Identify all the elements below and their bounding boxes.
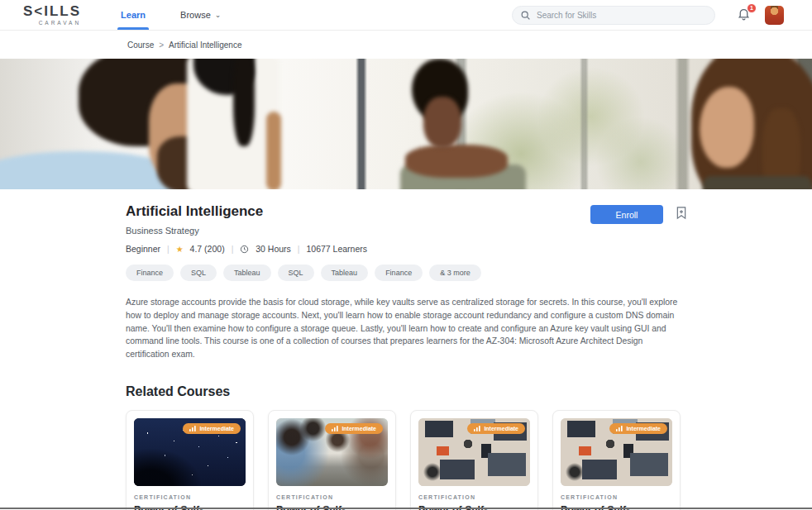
brand-logo-tagline: CARAVAN <box>39 20 81 26</box>
level-badge-label: Intermediate <box>342 426 376 431</box>
level-bars-icon <box>474 426 480 431</box>
nav-item-learn-label: Learn <box>121 10 146 20</box>
search-icon <box>520 10 531 21</box>
hero-figure <box>405 145 508 178</box>
course-type-label: CERTIFICATION <box>134 494 246 500</box>
breadcrumb-separator: > <box>159 41 164 50</box>
level-badge: Intermediate <box>467 423 525 434</box>
brand-logo[interactable]: S<ILLS CARAVAN <box>23 0 81 30</box>
level-bars-icon <box>616 426 623 431</box>
search-bar <box>512 6 715 25</box>
breadcrumb: Course > Artificial Intelligence <box>127 41 241 50</box>
course-card-image: Intermediate <box>134 418 246 486</box>
search-input[interactable] <box>512 6 715 25</box>
hero-figure <box>423 97 461 148</box>
course-duration: 30 Hours <box>256 244 291 254</box>
course-card[interactable]: Intermediate CERTIFICATION Power of Self… <box>268 410 396 510</box>
course-actions: Enroll <box>590 203 688 254</box>
notifications-button[interactable]: 1 <box>737 7 751 24</box>
nav-item-browse-label: Browse <box>180 10 211 20</box>
level-badge-label: Intermediate <box>199 426 234 431</box>
course-card-image: Intermediate <box>276 418 388 486</box>
level-bars-icon <box>332 426 338 431</box>
course-tags: Finance SQL Tableau SQL Tableau Finance … <box>126 265 688 281</box>
related-courses-list: Intermediate CERTIFICATION Power of Self… <box>126 410 688 510</box>
user-avatar[interactable] <box>765 6 784 25</box>
meta-separator: | <box>298 245 300 254</box>
tag-pill[interactable]: Tableau <box>223 265 271 281</box>
hero-image <box>0 59 812 189</box>
course-learners: 10677 Learners <box>306 244 367 254</box>
tag-pill[interactable]: Tableau <box>321 265 369 281</box>
course-card-image: Intermediate <box>561 418 672 486</box>
chevron-down-icon: ⌄ <box>215 11 222 19</box>
tag-more-pill[interactable]: & 3 more <box>429 265 481 281</box>
hero-figure <box>700 87 754 168</box>
star-icon: ★ <box>176 245 184 254</box>
tag-pill[interactable]: Finance <box>126 265 174 281</box>
course-type-label: CERTIFICATION <box>561 494 672 500</box>
level-badge-label: Intermediate <box>484 426 518 431</box>
course-card[interactable]: Intermediate CERTIFICATION Power of Self… <box>552 410 681 510</box>
course-header: Artificial Intelligence Business Strateg… <box>126 203 367 254</box>
meta-separator: | <box>232 245 234 254</box>
nav-item-learn[interactable]: Learn <box>117 0 149 30</box>
nav-item-browse[interactable]: Browse ⌄ <box>177 0 224 30</box>
course-level: Beginner <box>126 244 160 254</box>
level-badge: Intermediate <box>609 423 667 434</box>
brand-logo-text: S<ILLS <box>23 4 81 18</box>
notification-badge: 1 <box>747 3 757 13</box>
top-navbar: S<ILLS CARAVAN Learn Browse ⌄ 1 <box>0 0 812 31</box>
breadcrumb-course-link[interactable]: Course <box>127 41 154 50</box>
hero-figure <box>266 112 281 189</box>
course-card[interactable]: Intermediate CERTIFICATION Power of Self… <box>410 410 538 510</box>
course-type-label: CERTIFICATION <box>418 494 530 500</box>
level-badge-label: Intermediate <box>626 426 661 431</box>
page-title: Artificial Intelligence <box>126 203 367 220</box>
bookmark-plus-icon <box>675 205 688 221</box>
tag-pill[interactable]: Finance <box>375 265 423 281</box>
course-card-image: Intermediate <box>418 418 530 486</box>
course-meta: Beginner | ★ 4.7 (200) | 30 Hours | 1067… <box>126 244 367 254</box>
course-description: Azure storage accounts provide the basis… <box>126 296 688 361</box>
tag-pill[interactable]: SQL <box>180 265 217 281</box>
clock-icon <box>240 245 249 254</box>
breadcrumb-current-page: Artificial Intelligence <box>169 41 241 50</box>
course-card[interactable]: Intermediate CERTIFICATION Power of Self… <box>126 410 254 510</box>
related-courses-heading: Related Courses <box>126 384 688 399</box>
enroll-button[interactable]: Enroll <box>590 205 663 224</box>
footer-divider <box>0 508 812 509</box>
course-type-label: CERTIFICATION <box>276 494 388 500</box>
level-bars-icon <box>189 426 196 431</box>
course-rating: 4.7 (200) <box>190 244 225 254</box>
hero-figure <box>233 59 255 146</box>
bookmark-add-button[interactable] <box>675 205 688 223</box>
meta-separator: | <box>167 245 170 254</box>
hero-figure <box>703 176 812 189</box>
course-category: Business Strategy <box>126 226 367 236</box>
level-badge: Intermediate <box>325 423 383 434</box>
tag-pill[interactable]: SQL <box>278 265 314 281</box>
breadcrumb-bar: Course > Artificial Intelligence <box>0 31 812 59</box>
level-badge: Intermediate <box>183 423 241 434</box>
